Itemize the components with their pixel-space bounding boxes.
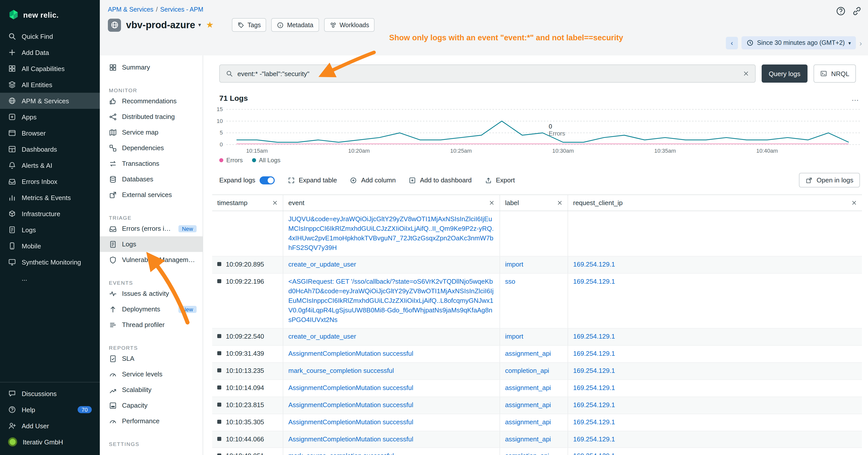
sidebar-item-quick-find[interactable]: Quick Find <box>0 28 100 44</box>
export-button[interactable]: Export <box>485 176 515 184</box>
subnav-item-errors-inbox[interactable]: Errors (errors inb...New <box>100 221 203 236</box>
legend-item-errors[interactable]: Errors <box>219 157 243 164</box>
log-row[interactable]: 10:10:13.235mark_course_completion succe… <box>212 363 862 380</box>
event-link[interactable]: mark_course_completion successful <box>288 366 495 376</box>
time-back-button[interactable]: ‹ <box>726 36 738 49</box>
subnav-item-dependencies[interactable]: Dependencies <box>100 140 203 156</box>
sidebar-item-add-user[interactable]: Add User <box>0 418 100 434</box>
event-link[interactable]: <ASGIRequest: GET '/sso/callback/?state=… <box>288 277 495 325</box>
ip-link[interactable]: 169.254.129.1 <box>573 452 615 455</box>
sidebar-item-apps[interactable]: Apps <box>0 109 100 125</box>
open-in-logs-button[interactable]: Open in logs <box>799 173 860 188</box>
expand-table-button[interactable]: Expand table <box>287 176 337 184</box>
column-header-event[interactable]: event <box>283 195 500 210</box>
subnav-item-summary[interactable]: Summary <box>100 60 203 75</box>
log-row[interactable]: 10:10:49.051mark_course_completion succe… <box>212 448 862 455</box>
ip-link[interactable]: 169.254.129.1 <box>573 401 615 409</box>
sidebar-item-discussions[interactable]: Discussions <box>0 386 100 401</box>
log-row[interactable]: 10:10:35.305AssignmentCompletionMutation… <box>212 414 862 431</box>
help-icon[interactable] <box>836 6 846 16</box>
column-header-label[interactable]: label <box>500 195 568 210</box>
label-link[interactable]: import <box>505 261 523 268</box>
sidebar-item-browser[interactable]: Browser <box>0 125 100 141</box>
column-header-request_client_ip[interactable]: request_client_ip <box>568 195 862 210</box>
label-link[interactable]: assignment_api <box>505 350 551 358</box>
sidebar-item-infrastructure[interactable]: Infrastructure <box>0 205 100 222</box>
subnav-item-distributed-tracing[interactable]: Distributed tracing <box>100 109 203 125</box>
sidebar-item-more[interactable]: ... <box>0 270 100 286</box>
sidebar-item-dashboards[interactable]: Dashboards <box>0 141 100 157</box>
label-link[interactable]: import <box>505 333 523 340</box>
time-range-button[interactable]: Since 30 minutes ago (GMT+2) ▾ <box>742 36 856 50</box>
subnav-item-scalability[interactable]: Scalability <box>100 382 203 397</box>
remove-column-icon[interactable] <box>489 200 495 205</box>
column-header-timestamp[interactable]: timestamp <box>212 195 283 210</box>
ip-link[interactable]: 169.254.129.1 <box>573 278 615 285</box>
logo-row[interactable]: new relic. <box>0 0 100 28</box>
label-link[interactable]: sso <box>505 278 515 285</box>
subnav-item-databases[interactable]: Databases <box>100 171 203 187</box>
query-logs-button[interactable]: Query logs <box>762 65 807 83</box>
event-link[interactable]: AssignmentCompletionMutation successful <box>288 400 495 410</box>
label-link[interactable]: completion_api <box>505 367 549 375</box>
event-link[interactable]: JUQVU&code=eyJraWQiOiJjcGltY29yZV8wOTI1M… <box>288 215 495 253</box>
favorite-star-icon[interactable]: ★ <box>206 20 214 30</box>
ip-link[interactable]: 169.254.129.1 <box>573 384 615 391</box>
ip-link[interactable]: 169.254.129.1 <box>573 261 615 268</box>
remove-column-icon[interactable] <box>557 200 562 205</box>
log-row[interactable]: 10:10:14.094AssignmentCompletionMutation… <box>212 380 862 397</box>
log-row[interactable]: 10:10:23.815AssignmentCompletionMutation… <box>212 397 862 414</box>
event-link[interactable]: AssignmentCompletionMutation successful <box>288 350 495 359</box>
subnav-item-performance[interactable]: Performance <box>100 413 203 429</box>
subnav-item-service-levels[interactable]: Service levels <box>100 366 203 382</box>
sidebar-item-errors-inbox[interactable]: Errors Inbox <box>0 173 100 190</box>
query-input[interactable] <box>238 70 739 77</box>
query-input-box[interactable] <box>219 65 755 83</box>
time-forward-button[interactable]: › <box>860 38 862 47</box>
sidebar-item-add-data[interactable]: Add Data <box>0 44 100 61</box>
breadcrumb-link-apm-services[interactable]: APM & Services <box>108 6 154 13</box>
log-row[interactable]: 10:09:31.439AssignmentCompletionMutation… <box>212 346 862 363</box>
subnav-item-transactions[interactable]: Transactions <box>100 156 203 171</box>
subnav-item-vulnerability-management[interactable]: Vulnerability Management <box>100 252 203 267</box>
subnav-item-logs[interactable]: Logs <box>100 236 203 252</box>
sidebar-item-alerts-ai[interactable]: Alerts & AI <box>0 157 100 173</box>
event-link[interactable]: create_or_update_user <box>288 260 495 270</box>
label-link[interactable]: assignment_api <box>505 435 551 443</box>
label-link[interactable]: assignment_api <box>505 384 551 391</box>
add-column-button[interactable]: Add column <box>350 176 396 184</box>
expand-logs-toggle[interactable] <box>259 176 275 184</box>
nrql-button[interactable]: NRQL <box>813 65 856 83</box>
sidebar-item-apm-services[interactable]: APM & Services <box>0 93 100 109</box>
subnav-item-recommendations[interactable]: Recommendations <box>100 93 203 109</box>
subnav-item-deployments[interactable]: DeploymentsNew <box>100 301 203 317</box>
subnav-item-service-map[interactable]: Service map <box>100 125 203 140</box>
sidebar-item-mobile[interactable]: Mobile <box>0 238 100 254</box>
log-row[interactable]: 10:09:22.540create_or_update_userimport1… <box>212 329 862 346</box>
event-link[interactable]: AssignmentCompletionMutation successful <box>288 418 495 427</box>
chart-more-menu-icon[interactable]: … <box>851 94 860 102</box>
workloads-button[interactable]: Workloads <box>324 18 375 32</box>
sidebar-item-logs[interactable]: Logs <box>0 222 100 238</box>
subnav-item-sla[interactable]: SLA <box>100 351 203 366</box>
ip-link[interactable]: 169.254.129.1 <box>573 367 615 375</box>
sidebar-item-metrics-events[interactable]: Metrics & Events <box>0 190 100 205</box>
log-row[interactable]: 10:09:20.895create_or_update_userimport1… <box>212 257 862 274</box>
event-link[interactable]: create_or_update_user <box>288 332 495 342</box>
remove-column-icon[interactable] <box>272 200 278 205</box>
clear-query-icon[interactable] <box>743 70 749 76</box>
tags-button[interactable]: Tags <box>232 18 267 32</box>
sidebar-item-all-capabilities[interactable]: All Capabilities <box>0 61 100 76</box>
legend-item-all-logs[interactable]: All Logs <box>252 157 280 164</box>
metadata-button[interactable]: Metadata <box>272 18 319 32</box>
label-link[interactable]: assignment_api <box>505 418 551 425</box>
remove-column-icon[interactable] <box>851 200 857 205</box>
label-link[interactable]: assignment_api <box>505 401 551 409</box>
ip-link[interactable]: 169.254.129.1 <box>573 435 615 443</box>
ip-link[interactable]: 169.254.129.1 <box>573 333 615 340</box>
sidebar-item-synthetic-monitoring[interactable]: Synthetic Monitoring <box>0 254 100 270</box>
log-row[interactable]: JUQVU&code=eyJraWQiOiJjcGltY29yZV8wOTI1M… <box>212 211 862 257</box>
sidebar-item-all-entities[interactable]: All Entities <box>0 76 100 93</box>
event-link[interactable]: mark_course_completion successful <box>288 452 495 455</box>
breadcrumb-link-services-apm[interactable]: Services - APM <box>160 6 204 13</box>
